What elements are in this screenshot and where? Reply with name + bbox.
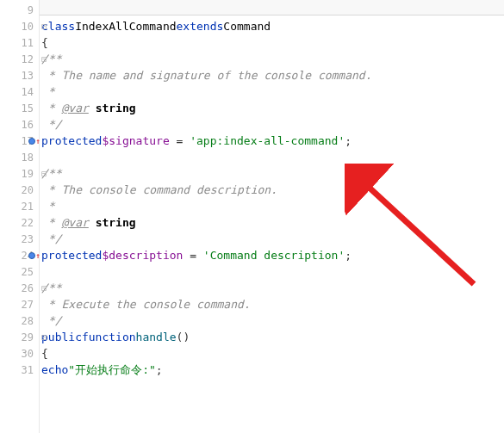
code-editor[interactable]: ⊟ class IndexAllCommand extends Command … — [40, 0, 504, 433]
line-number: 30 — [22, 348, 34, 360]
line-number: 9 — [28, 4, 34, 16]
variable: $description — [102, 249, 183, 262]
vcs-marker-icon[interactable]: ↑ — [28, 251, 40, 260]
line-number: 10 — [22, 21, 34, 33]
fold-icon[interactable]: ⊟ — [39, 283, 49, 294]
line-number: 15 — [22, 102, 34, 114]
comment: * Execute the console command. — [41, 298, 251, 311]
keyword: function — [82, 331, 136, 343]
line-number: 12 — [22, 53, 34, 65]
line-number: 31 — [22, 364, 34, 376]
line-number: 27 — [22, 299, 34, 311]
keyword: echo — [41, 363, 68, 376]
fold-icon[interactable]: ⊟ — [39, 169, 49, 179]
fold-icon[interactable]: ⊟ — [39, 332, 49, 343]
comment: * The console command description. — [41, 183, 277, 196]
comment: * — [41, 85, 55, 98]
line-number: 23 — [22, 233, 34, 245]
doc-tag: @var — [61, 102, 88, 114]
line-number: 13 — [22, 70, 34, 82]
line-number: 19 — [22, 168, 34, 180]
function-name: handle — [136, 331, 177, 343]
line-number: 16 — [22, 119, 34, 131]
comment: * — [41, 102, 61, 114]
doc-type: string — [96, 102, 136, 114]
comment: * — [41, 216, 61, 229]
line-number: 29 — [22, 331, 34, 343]
keyword: protected — [41, 249, 102, 262]
fold-icon[interactable]: ⊟ — [39, 54, 49, 65]
line-number: 25 — [22, 266, 34, 278]
string: "开始执行命令:" — [68, 362, 155, 378]
line-number: 20 — [22, 184, 34, 196]
line-number: 26 — [22, 282, 34, 294]
comment: */ — [41, 232, 61, 245]
doc-type: string — [96, 216, 136, 229]
fold-icon[interactable]: ⊟ — [39, 22, 49, 32]
line-number: 28 — [22, 315, 34, 327]
line-number: 11 — [22, 37, 34, 49]
comment: * The name and signature of the console … — [41, 69, 372, 82]
vcs-marker-icon[interactable]: ↑ — [28, 137, 40, 145]
type-name: Command — [223, 20, 271, 33]
brace: { — [41, 347, 48, 360]
line-number: 21 — [22, 201, 34, 213]
comment: */ — [41, 118, 61, 131]
line-number: 22 — [22, 217, 34, 229]
comment: * — [41, 200, 55, 213]
string: 'app:index-all-command' — [190, 134, 345, 147]
string: 'Command description' — [203, 249, 345, 262]
brace: { — [41, 36, 48, 49]
gutter: 9 10 11 12 13 14 15 16 17 ↑ 18 19 20 21 … — [0, 0, 40, 433]
line-number: 14 — [22, 86, 34, 98]
doc-tag: @var — [61, 216, 88, 229]
comment: */ — [41, 314, 61, 327]
keyword: extends — [177, 20, 224, 33]
variable: $signature — [102, 134, 169, 147]
keyword: protected — [41, 134, 102, 147]
line-number: 18 — [22, 152, 34, 164]
class-name: IndexAllCommand — [75, 20, 176, 33]
